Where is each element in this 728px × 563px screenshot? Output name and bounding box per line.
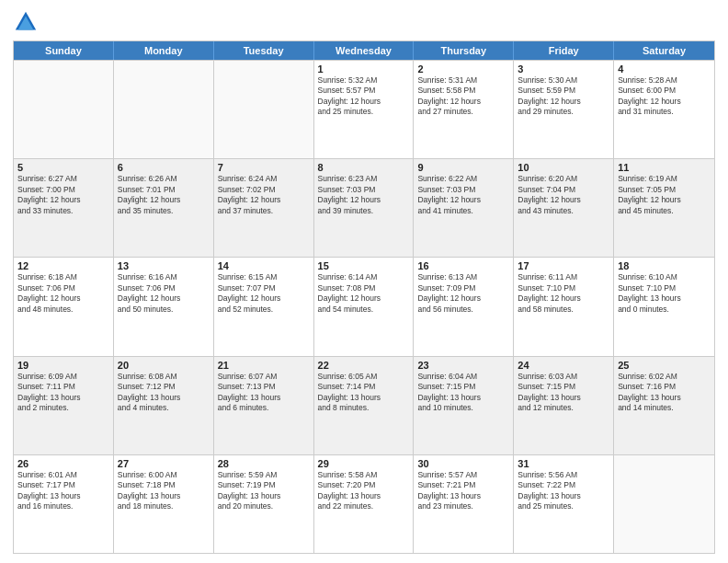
- calendar-cell: 27Sunrise: 6:00 AM Sunset: 7:18 PM Dayli…: [114, 455, 214, 553]
- calendar-cell: [114, 61, 214, 158]
- calendar-cell: 28Sunrise: 5:59 AM Sunset: 7:19 PM Dayli…: [214, 455, 314, 553]
- page: SundayMondayTuesdayWednesdayThursdayFrid…: [0, 0, 728, 563]
- calendar-cell: [14, 61, 114, 158]
- date-number: 23: [417, 360, 509, 371]
- date-number: 27: [118, 458, 210, 469]
- calendar-cell: 16Sunrise: 6:13 AM Sunset: 7:09 PM Dayli…: [414, 258, 514, 355]
- calendar-cell: 5Sunrise: 6:27 AM Sunset: 7:00 PM Daylig…: [14, 159, 114, 257]
- cell-info: Sunrise: 6:26 AM Sunset: 7:01 PM Dayligh…: [118, 174, 210, 216]
- date-number: 7: [218, 162, 310, 173]
- date-number: 3: [518, 63, 609, 75]
- date-number: 29: [318, 458, 410, 469]
- cell-info: Sunrise: 6:16 AM Sunset: 7:06 PM Dayligh…: [118, 272, 210, 315]
- date-number: 15: [318, 260, 410, 271]
- day-header-wednesday: Wednesday: [314, 41, 415, 60]
- date-number: 5: [17, 162, 109, 173]
- date-number: 8: [318, 162, 410, 173]
- cell-info: Sunrise: 6:27 AM Sunset: 7:00 PM Dayligh…: [17, 174, 109, 216]
- date-number: 1: [318, 63, 410, 75]
- cell-info: Sunrise: 6:23 AM Sunset: 7:03 PM Dayligh…: [318, 174, 410, 216]
- day-headers: SundayMondayTuesdayWednesdayThursdayFrid…: [14, 41, 714, 60]
- logo-icon: [13, 9, 39, 35]
- date-number: 20: [118, 360, 210, 371]
- calendar-cell: [214, 61, 314, 158]
- cell-info: Sunrise: 6:09 AM Sunset: 7:11 PM Dayligh…: [17, 372, 109, 414]
- date-number: 9: [417, 162, 509, 173]
- day-header-friday: Friday: [514, 41, 614, 60]
- cell-info: Sunrise: 6:04 AM Sunset: 7:15 PM Dayligh…: [417, 372, 509, 414]
- week-row-2: 5Sunrise: 6:27 AM Sunset: 7:00 PM Daylig…: [14, 158, 714, 257]
- cell-info: Sunrise: 6:07 AM Sunset: 7:13 PM Dayligh…: [218, 372, 310, 414]
- calendar-cell: 23Sunrise: 6:04 AM Sunset: 7:15 PM Dayli…: [414, 357, 514, 454]
- calendar-cell: 29Sunrise: 5:58 AM Sunset: 7:20 PM Dayli…: [314, 455, 415, 553]
- cell-info: Sunrise: 6:18 AM Sunset: 7:06 PM Dayligh…: [17, 272, 109, 315]
- cell-info: Sunrise: 5:59 AM Sunset: 7:19 PM Dayligh…: [218, 470, 310, 512]
- calendar-cell: 2Sunrise: 5:31 AM Sunset: 5:58 PM Daylig…: [414, 61, 514, 158]
- date-number: 10: [518, 162, 609, 173]
- date-number: 28: [218, 458, 310, 469]
- calendar-cell: 31Sunrise: 5:56 AM Sunset: 7:22 PM Dayli…: [514, 455, 614, 553]
- date-number: 2: [417, 63, 509, 75]
- top-header: [13, 9, 715, 35]
- calendar-cell: 17Sunrise: 6:11 AM Sunset: 7:10 PM Dayli…: [514, 258, 614, 355]
- date-number: 25: [618, 360, 711, 371]
- calendar-cell: 4Sunrise: 5:28 AM Sunset: 6:00 PM Daylig…: [614, 61, 714, 158]
- cell-info: Sunrise: 6:08 AM Sunset: 7:12 PM Dayligh…: [118, 372, 210, 414]
- date-number: 11: [618, 162, 711, 173]
- date-number: 13: [118, 260, 210, 271]
- date-number: 4: [618, 63, 711, 75]
- week-row-5: 26Sunrise: 6:01 AM Sunset: 7:17 PM Dayli…: [14, 454, 714, 553]
- date-number: 24: [518, 360, 609, 371]
- cell-info: Sunrise: 6:02 AM Sunset: 7:16 PM Dayligh…: [618, 372, 711, 414]
- date-number: 19: [17, 360, 109, 371]
- calendar-body: 1Sunrise: 5:32 AM Sunset: 5:57 PM Daylig…: [14, 60, 714, 553]
- cell-info: Sunrise: 6:20 AM Sunset: 7:04 PM Dayligh…: [518, 174, 609, 216]
- cell-info: Sunrise: 6:10 AM Sunset: 7:10 PM Dayligh…: [618, 272, 711, 315]
- cell-info: Sunrise: 6:24 AM Sunset: 7:02 PM Dayligh…: [218, 174, 310, 216]
- calendar-cell: 7Sunrise: 6:24 AM Sunset: 7:02 PM Daylig…: [214, 159, 314, 257]
- week-row-4: 19Sunrise: 6:09 AM Sunset: 7:11 PM Dayli…: [14, 356, 714, 454]
- date-number: 30: [417, 458, 509, 469]
- cell-info: Sunrise: 5:56 AM Sunset: 7:22 PM Dayligh…: [518, 470, 609, 512]
- day-header-saturday: Saturday: [614, 41, 714, 60]
- calendar-cell: 1Sunrise: 5:32 AM Sunset: 5:57 PM Daylig…: [314, 61, 415, 158]
- calendar-cell: 12Sunrise: 6:18 AM Sunset: 7:06 PM Dayli…: [14, 258, 114, 355]
- cell-info: Sunrise: 6:13 AM Sunset: 7:09 PM Dayligh…: [417, 272, 509, 315]
- cell-info: Sunrise: 6:14 AM Sunset: 7:08 PM Dayligh…: [318, 272, 410, 315]
- date-number: 18: [618, 260, 711, 271]
- cell-info: Sunrise: 5:28 AM Sunset: 6:00 PM Dayligh…: [618, 75, 711, 118]
- cell-info: Sunrise: 5:30 AM Sunset: 5:59 PM Dayligh…: [518, 75, 609, 118]
- cell-info: Sunrise: 5:31 AM Sunset: 5:58 PM Dayligh…: [417, 75, 509, 118]
- date-number: 16: [417, 260, 509, 271]
- cell-info: Sunrise: 6:00 AM Sunset: 7:18 PM Dayligh…: [118, 470, 210, 512]
- calendar-cell: 9Sunrise: 6:22 AM Sunset: 7:03 PM Daylig…: [414, 159, 514, 257]
- calendar-cell: 14Sunrise: 6:15 AM Sunset: 7:07 PM Dayli…: [214, 258, 314, 355]
- date-number: 17: [518, 260, 609, 271]
- calendar-cell: 8Sunrise: 6:23 AM Sunset: 7:03 PM Daylig…: [314, 159, 415, 257]
- cell-info: Sunrise: 6:05 AM Sunset: 7:14 PM Dayligh…: [318, 372, 410, 414]
- date-number: 21: [218, 360, 310, 371]
- calendar-cell: 19Sunrise: 6:09 AM Sunset: 7:11 PM Dayli…: [14, 357, 114, 454]
- calendar-cell: 20Sunrise: 6:08 AM Sunset: 7:12 PM Dayli…: [114, 357, 214, 454]
- day-header-tuesday: Tuesday: [214, 41, 314, 60]
- cell-info: Sunrise: 6:01 AM Sunset: 7:17 PM Dayligh…: [17, 470, 109, 512]
- date-number: 12: [17, 260, 109, 271]
- cell-info: Sunrise: 6:11 AM Sunset: 7:10 PM Dayligh…: [518, 272, 609, 315]
- calendar: SundayMondayTuesdayWednesdayThursdayFrid…: [13, 40, 715, 554]
- date-number: 14: [218, 260, 310, 271]
- calendar-cell: 30Sunrise: 5:57 AM Sunset: 7:21 PM Dayli…: [414, 455, 514, 553]
- calendar-cell: 22Sunrise: 6:05 AM Sunset: 7:14 PM Dayli…: [314, 357, 415, 454]
- calendar-cell: 26Sunrise: 6:01 AM Sunset: 7:17 PM Dayli…: [14, 455, 114, 553]
- calendar-cell: 24Sunrise: 6:03 AM Sunset: 7:15 PM Dayli…: [514, 357, 614, 454]
- calendar-cell: [614, 455, 714, 553]
- calendar-cell: 10Sunrise: 6:20 AM Sunset: 7:04 PM Dayli…: [514, 159, 614, 257]
- day-header-sunday: Sunday: [14, 41, 114, 60]
- calendar-cell: 13Sunrise: 6:16 AM Sunset: 7:06 PM Dayli…: [114, 258, 214, 355]
- calendar-cell: 11Sunrise: 6:19 AM Sunset: 7:05 PM Dayli…: [614, 159, 714, 257]
- cell-info: Sunrise: 6:22 AM Sunset: 7:03 PM Dayligh…: [417, 174, 509, 216]
- calendar-cell: 21Sunrise: 6:07 AM Sunset: 7:13 PM Dayli…: [214, 357, 314, 454]
- week-row-3: 12Sunrise: 6:18 AM Sunset: 7:06 PM Dayli…: [14, 257, 714, 355]
- calendar-cell: 3Sunrise: 5:30 AM Sunset: 5:59 PM Daylig…: [514, 61, 614, 158]
- calendar-cell: 15Sunrise: 6:14 AM Sunset: 7:08 PM Dayli…: [314, 258, 415, 355]
- day-header-thursday: Thursday: [414, 41, 514, 60]
